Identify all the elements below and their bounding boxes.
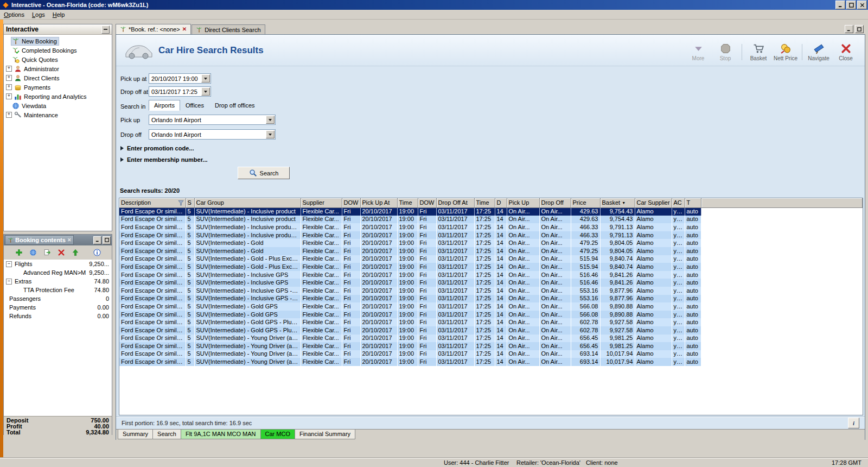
navigate-button[interactable]: Navigate: [805, 43, 832, 61]
sidebar-item-viewdata[interactable]: Viewdata: [4, 101, 112, 110]
close-icon[interactable]: ✕: [67, 238, 72, 243]
collapse-icon[interactable]: −: [6, 261, 12, 267]
window-maximize-button[interactable]: [846, 1, 856, 9]
pickup-location-select[interactable]: Orlando Intl Airport: [149, 115, 276, 125]
sidebar-item-maintenance[interactable]: +Maintenance: [4, 110, 112, 119]
up-button[interactable]: [71, 248, 80, 257]
result-row[interactable]: Ford Escape Or simila...5SUV(Intermediat…: [119, 342, 863, 350]
section-tab-summary[interactable]: Summary: [118, 430, 153, 439]
result-row[interactable]: Ford Escape Or simila...5SUV(Intermediat…: [119, 223, 863, 231]
promotion-code-expander[interactable]: Enter promotion code...: [120, 145, 194, 152]
result-row[interactable]: Ford Escape Or simila...5SUV(Intermediat…: [119, 358, 863, 366]
membership-number-expander[interactable]: Enter membership number...: [120, 156, 208, 163]
result-row[interactable]: Ford Escape Or simila...5SUV(Intermediat…: [119, 350, 863, 358]
result-row[interactable]: Ford Escape Or simila...5SUV(Intermediat…: [119, 271, 863, 279]
column-header-car-supplier-15[interactable]: Car Supplier: [635, 198, 672, 207]
tabstrip-restore-button[interactable]: [855, 25, 864, 33]
booking-row-tta-protection-fee[interactable]: TTA Protection Fee74.80: [4, 286, 112, 294]
expand-icon[interactable]: +: [6, 84, 12, 90]
sidebar-collapse-button[interactable]: [101, 26, 110, 34]
pickup-location-dropdown-button[interactable]: [266, 116, 275, 124]
doc-tab-direct-clients-search[interactable]: Direct Clients Search: [192, 24, 265, 34]
basket-button[interactable]: Basket: [745, 43, 772, 61]
column-header-pick-up-at-5[interactable]: Pick Up At: [360, 198, 397, 207]
section-tab-flt-9a-1c-man-mco-man[interactable]: Flt 9A,1C MAN MCO MAN: [181, 430, 261, 439]
sidebar-item-new-booking[interactable]: New Booking: [4, 36, 112, 46]
column-header-supplier-3[interactable]: Supplier: [301, 198, 342, 207]
dropoff-location-dropdown-button[interactable]: [266, 130, 275, 138]
result-row[interactable]: Ford Escape Or simila...5SUV(Intermediat…: [119, 295, 863, 303]
booking-row-extras[interactable]: −Extras74.80: [4, 277, 112, 286]
result-row[interactable]: Ford Escape Or simila...5SUV(Intermediat…: [119, 302, 863, 311]
column-header-car-group-2[interactable]: Car Group: [194, 198, 301, 207]
result-row[interactable]: Ford Escape Or simila...5SUV(Intermediat…: [119, 207, 863, 216]
search-in-tab-airports[interactable]: Airports: [149, 100, 180, 111]
sidebar-item-payments[interactable]: +Payments: [4, 83, 112, 92]
info-button[interactable]: i: [848, 418, 859, 428]
column-header-basket-14[interactable]: Basket▼: [600, 198, 635, 207]
result-row[interactable]: Ford Escape Or simila...5SUV(Intermediat…: [119, 287, 863, 295]
result-row[interactable]: Ford Escape Or simila...5SUV(Intermediat…: [119, 247, 863, 255]
dropoff-at-dropdown-button[interactable]: [201, 87, 210, 96]
column-header-time-6[interactable]: Time: [397, 198, 418, 207]
column-header-drop-off-at-8[interactable]: Drop Off At: [436, 198, 474, 207]
column-header-s-1[interactable]: S: [186, 198, 194, 207]
result-row[interactable]: Ford Escape Or simila...5SUV(Intermediat…: [119, 326, 863, 335]
result-row[interactable]: Ford Escape Or simila...5SUV(Intermediat…: [119, 231, 863, 239]
close-button[interactable]: Close: [832, 43, 859, 61]
search-button[interactable]: Search: [238, 167, 290, 179]
column-header-pick-up-11[interactable]: Pick Up: [507, 198, 539, 207]
tabstrip-minimize-button[interactable]: [845, 25, 853, 33]
dropoff-at-input[interactable]: 03/11/2017 17:25: [149, 86, 211, 97]
booking-row-refunds[interactable]: Refunds0.00: [4, 312, 112, 320]
sidebar-item-completed-bookings[interactable]: Completed Bookings: [4, 46, 112, 55]
menu-help[interactable]: Help: [49, 10, 69, 19]
menu-options[interactable]: Options: [0, 10, 28, 19]
expand-icon[interactable]: +: [6, 112, 12, 118]
column-header-t-17[interactable]: T: [685, 198, 701, 207]
sidebar-item-quick-quotes[interactable]: Quick Quotes: [4, 55, 112, 64]
menu-logs[interactable]: Logs: [28, 10, 49, 19]
column-header-time-9[interactable]: Time: [474, 198, 495, 207]
expand-icon[interactable]: +: [6, 93, 12, 99]
search-in-tab-drop-off-offices[interactable]: Drop off offices: [209, 100, 260, 111]
dropoff-location-select[interactable]: Orlando Intl Airport: [149, 129, 276, 140]
column-header-price-13[interactable]: Price: [571, 198, 600, 207]
booking-row-payments[interactable]: Payments0.00: [4, 303, 112, 312]
result-row[interactable]: Ford Escape Or simila...5SUV(Intermediat…: [119, 255, 863, 263]
booking-minimize-button[interactable]: [93, 236, 101, 244]
result-row[interactable]: Ford Escape Or simila...5SUV(Intermediat…: [119, 279, 863, 287]
column-header-d-10[interactable]: D: [495, 198, 507, 207]
doc-tab-book-ref-none[interactable]: *Book. ref.: <none>✕: [116, 24, 191, 34]
add-button[interactable]: [14, 248, 23, 257]
section-tab-financial-summary[interactable]: Financial Summary: [295, 430, 355, 439]
result-row[interactable]: Ford Escape Or simila...5SUV(Intermediat…: [119, 263, 863, 271]
booking-restore-button[interactable]: [103, 236, 111, 244]
column-header-description-0[interactable]: Description: [119, 198, 186, 207]
nett-price-button[interactable]: Nett Price: [772, 43, 799, 61]
sidebar-item-administrator[interactable]: +Administrator: [4, 64, 112, 73]
sidebar-item-reporting-and-analytics[interactable]: +Reporting and Analytics: [4, 92, 112, 101]
expand-icon[interactable]: +: [6, 66, 12, 72]
result-row[interactable]: Ford Escape Or simila...5SUV(Intermediat…: [119, 318, 863, 326]
search-in-tab-offices[interactable]: Offices: [180, 100, 209, 111]
expand-icon[interactable]: +: [6, 75, 12, 81]
result-row[interactable]: Ford Escape Or simila...5SUV(Intermediat…: [119, 239, 863, 247]
column-header-dow-7[interactable]: DOW: [418, 198, 436, 207]
column-header-dow-4[interactable]: DOW: [342, 198, 360, 207]
sidebar-item-direct-clients[interactable]: +Direct Clients: [4, 73, 112, 83]
booking-row-flights[interactable]: −Flights9,250...: [4, 260, 112, 268]
section-tab-car-mco[interactable]: Car MCO: [260, 430, 295, 439]
globe-button[interactable]: [28, 248, 37, 257]
info-button[interactable]: [92, 248, 101, 257]
window-minimize-button[interactable]: [835, 1, 845, 9]
pickup-at-dropdown-button[interactable]: [201, 74, 210, 83]
column-header-ac-16[interactable]: AC: [672, 198, 685, 207]
window-close-button[interactable]: [857, 1, 867, 9]
pickup-at-input[interactable]: 20/10/2017 19:00: [149, 73, 211, 84]
result-row[interactable]: Ford Escape Or simila...5SUV(Intermediat…: [119, 311, 863, 319]
close-icon[interactable]: ✕: [182, 27, 187, 32]
column-header-drop-off-12[interactable]: Drop Off: [539, 198, 571, 207]
collapse-icon[interactable]: −: [6, 279, 12, 285]
result-row[interactable]: Ford Escape Or simila...5SUV(Intermediat…: [119, 216, 863, 224]
